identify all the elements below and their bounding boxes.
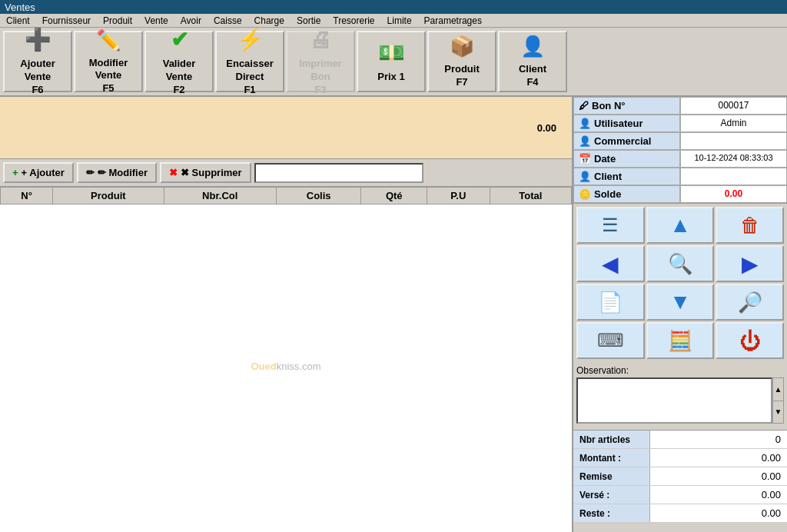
observation-textarea[interactable]	[576, 377, 772, 424]
data-table: N° Produit Nbr.Col Colis Qté P.U Total	[0, 187, 572, 204]
nbr-articles-label: Nbr articles	[573, 431, 650, 448]
bon-n-value: 000017	[680, 97, 787, 115]
client-icon: 👤	[579, 171, 591, 182]
reste-row: Reste : 0.00	[573, 504, 787, 523]
table-container: N° Produit Nbr.Col Colis Qté P.U Total O…	[0, 187, 572, 532]
modifier-button[interactable]: ✏ ✏ Modifier	[77, 162, 157, 183]
up-arrow-icon: ▲	[669, 213, 691, 238]
power-icon: ⏻	[739, 328, 761, 354]
modifier-vente-button[interactable]: ✏️ ModifierVenteF5	[74, 31, 143, 92]
nbr-articles-row: Nbr articles 0	[573, 431, 787, 449]
box-icon: 📦	[450, 34, 474, 60]
client-toolbar-label: ClientF4	[519, 63, 546, 89]
prix1-button[interactable]: 💵 Prix 1	[357, 31, 426, 92]
pencil-icon: ✏️	[96, 28, 121, 54]
down-button[interactable]: ▼	[646, 284, 715, 321]
delete-button[interactable]: 🗑	[716, 207, 784, 244]
calendar-icon: 📅	[579, 153, 591, 165]
menu-client[interactable]: Client	[0, 15, 36, 27]
forward-button[interactable]: ▶	[716, 245, 784, 282]
utilisateur-value: Admin	[680, 115, 787, 132]
menu-bar: Client Fournisseur Produit Vente Avoir C…	[0, 14, 787, 28]
col-produit: Produit	[53, 188, 164, 204]
remise-label: Remise	[573, 467, 650, 485]
menu-charge[interactable]: Charge	[248, 15, 291, 27]
check-icon: ✔	[171, 26, 188, 54]
produit-label: ProduitF7	[444, 63, 480, 89]
ajouter-vente-button[interactable]: ➕ AjouterVenteF6	[3, 31, 72, 92]
col-total: Total	[490, 188, 571, 204]
col-qte: Qté	[361, 188, 427, 204]
scroll-up-btn[interactable]: ▲	[773, 378, 783, 401]
keyboard-icon: ⌨	[597, 330, 624, 351]
col-n: N°	[1, 188, 53, 204]
doc-button[interactable]: 📄	[576, 284, 645, 321]
magnify-icon: 🔍	[668, 252, 692, 276]
power-button[interactable]: ⏻	[716, 322, 784, 359]
client-button[interactable]: 👤 ClientF4	[498, 31, 567, 92]
remise-row: Remise 0.00	[573, 467, 787, 486]
money-icon: 💵	[378, 39, 405, 67]
col-nbrcol: Nbr.Col	[164, 188, 276, 204]
valider-vente-button[interactable]: ✔ ValiderVenteF2	[144, 31, 214, 92]
ajouter-vente-label: AjouterVenteF6	[20, 58, 55, 97]
modifier-vente-label: ModifierVenteF5	[89, 57, 128, 96]
toolbar: ➕ AjouterVenteF6 ✏️ ModifierVenteF5 ✔ Va…	[0, 28, 787, 97]
left-panel: 0.00 + + Ajouter ✏ ✏ Modifier ✖ ✖ Suppri…	[0, 97, 573, 532]
verse-label: Versé :	[573, 486, 650, 504]
calculator-button[interactable]: 🧮	[646, 322, 715, 359]
menu-produit[interactable]: Produit	[97, 15, 138, 27]
date-value: 10-12-2024 08:33:03	[680, 150, 787, 168]
produit-button[interactable]: 📦 ProduitF7	[427, 31, 496, 92]
back-button[interactable]: ◀	[576, 245, 645, 282]
observation-label: Observation:	[576, 365, 784, 376]
imprimer-bon-label: ImprimerBonF3	[299, 58, 342, 97]
window-title: Ventes	[5, 2, 35, 13]
col-colis: Colis	[276, 188, 361, 204]
menu-tresorerie[interactable]: Tresorerie	[327, 15, 380, 27]
reste-label: Reste :	[573, 504, 650, 522]
person-icon: 👤	[520, 34, 545, 60]
list-icon: ☰	[602, 214, 619, 236]
verse-row: Versé : 0.00	[573, 486, 787, 504]
encaisser-direct-button[interactable]: ⚡ EncaisserDirectF1	[215, 31, 284, 92]
coin-icon: 🪙	[579, 188, 591, 200]
table-header-row: N° Produit Nbr.Col Colis Qté P.U Total	[1, 188, 572, 204]
utilisateur-label: 👤 Utilisateur	[573, 115, 680, 132]
ajouter-icon: +	[12, 167, 18, 178]
imprimer-bon-button[interactable]: 🖨 ImprimerBonF3	[286, 31, 355, 92]
menu-fournisseur[interactable]: Fournisseur	[36, 15, 97, 27]
back-arrow-icon: ◀	[602, 251, 619, 277]
supprimer-label: ✖ Supprimer	[181, 167, 242, 178]
ajouter-button[interactable]: + + Ajouter	[3, 162, 74, 183]
down-arrow-icon: ▼	[669, 290, 691, 314]
scroll-down-btn[interactable]: ▼	[773, 401, 783, 424]
keyboard-button[interactable]: ⌨	[576, 322, 645, 359]
encaisser-direct-label: EncaisserDirectF1	[226, 58, 273, 97]
menu-vente[interactable]: Vente	[138, 15, 174, 27]
montant-value: 0.00	[650, 449, 787, 467]
menu-caisse[interactable]: Caisse	[208, 15, 248, 27]
up-button[interactable]: ▲	[646, 207, 715, 244]
date-label: 📅 Date	[573, 150, 680, 168]
search-button[interactable]: 🔍	[646, 245, 715, 282]
supprimer-button[interactable]: ✖ ✖ Supprimer	[160, 162, 251, 183]
zoom-button[interactable]: 🔎	[716, 284, 784, 321]
prix1-label: Prix 1	[377, 71, 404, 84]
menu-avoir[interactable]: Avoir	[174, 15, 208, 27]
bon-n-label: 🖊 Bon N°	[573, 97, 680, 115]
commercial-label: 👤 Commercial	[573, 132, 680, 150]
menu-parametrages[interactable]: Parametrages	[418, 15, 488, 27]
search-input[interactable]	[254, 163, 423, 183]
menu-limite[interactable]: Limite	[381, 15, 418, 27]
calculator-icon: 🧮	[668, 329, 692, 353]
reste-value: 0.00	[650, 504, 787, 522]
menu-sortie[interactable]: Sortie	[291, 15, 327, 27]
ajouter-label: + Ajouter	[22, 167, 65, 178]
pencil-small-icon: 🖊	[579, 100, 589, 111]
client-value	[680, 168, 787, 185]
amount-value: 0.00	[537, 122, 556, 134]
list-button[interactable]: ☰	[576, 207, 645, 244]
zoom-icon: 🔎	[738, 291, 762, 314]
bolt-icon: ⚡	[237, 26, 264, 54]
